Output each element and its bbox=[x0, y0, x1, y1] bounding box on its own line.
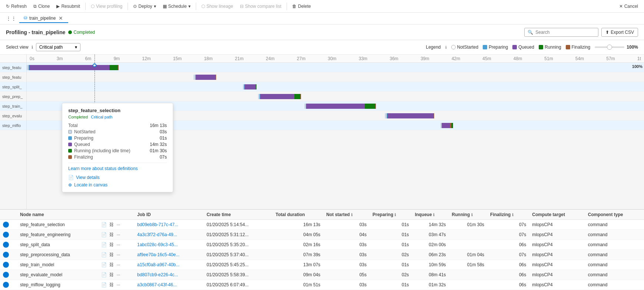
row-inqueue-6: 01m 32s bbox=[412, 280, 449, 290]
clone-button[interactable]: ⧉ Clone bbox=[30, 2, 53, 10]
row-component-0: command bbox=[585, 220, 644, 230]
th-running: Running ℹ bbox=[449, 210, 488, 220]
cancel-button[interactable]: ✕ Cancel bbox=[616, 2, 641, 10]
locate-canvas-action[interactable]: ⊕ Locate in canvas bbox=[68, 182, 167, 188]
not-started-legend-label: NotStarted bbox=[457, 45, 478, 50]
row-name-0: step_feature_selection bbox=[17, 220, 98, 230]
row-link-icon-5[interactable]: ⛓ bbox=[109, 272, 114, 277]
row-running-5 bbox=[449, 270, 488, 280]
row-component-4: command bbox=[585, 260, 644, 270]
table-row[interactable]: step_feature_engineering 📄 ⛓ ··· 4a3c3f7… bbox=[0, 230, 644, 240]
table-row[interactable]: step_evaluate_model 📄 ⛓ ··· bd807cb9-e22… bbox=[0, 270, 644, 280]
tooltip-prep-value: 01s bbox=[160, 136, 167, 141]
row-compute-1: mlopsCP4 bbox=[529, 230, 585, 240]
tooltip-divider bbox=[68, 163, 167, 163]
mark-1t: 1t bbox=[637, 56, 641, 61]
divider-3 bbox=[196, 3, 196, 10]
th-fin-info: ℹ bbox=[512, 213, 513, 217]
row-createtime-6: 01/20/2025 6:07:49... bbox=[204, 280, 273, 290]
row-link-icon-1[interactable]: ⛓ bbox=[109, 232, 114, 237]
row-name-2: step_split_data bbox=[17, 240, 98, 250]
row-jobid-4: a15cf0a8-a967-40b... bbox=[134, 260, 204, 270]
pipeline-tab[interactable]: ⛁ train_pipeline ✕ bbox=[19, 14, 68, 23]
th-compute: Compute target bbox=[529, 210, 585, 220]
row-link-icon-6[interactable]: ⛓ bbox=[109, 282, 114, 287]
gantt-row-2[interactable] bbox=[27, 72, 644, 82]
row-component-1: command bbox=[585, 230, 644, 240]
pipeline-tree-icon: ⋮⋮ bbox=[6, 16, 16, 22]
search-input[interactable] bbox=[535, 30, 587, 35]
show-lineage-button[interactable]: ⬡ Show lineage bbox=[198, 2, 236, 10]
show-compare-button[interactable]: ⊟ Show compare list bbox=[237, 2, 284, 10]
bar-queued-2 bbox=[196, 75, 215, 80]
row-doc-icon-0[interactable]: 📄 bbox=[101, 222, 107, 227]
table-row[interactable]: step_mlflow_logging 📄 ⛓ ··· a3cb0867-c43… bbox=[0, 280, 644, 290]
row-inqueue-3: 06m 23s bbox=[412, 250, 449, 260]
zoom-thumb[interactable] bbox=[607, 45, 612, 50]
row-link-icon-3[interactable]: ⛓ bbox=[109, 252, 114, 257]
legend-finalizing: Finalizing bbox=[566, 45, 591, 50]
row-doc-icon-3[interactable]: 📄 bbox=[101, 252, 107, 257]
bar-finalizing-2 bbox=[215, 75, 216, 80]
export-csv-button[interactable]: ⬆ Export CSV bbox=[601, 28, 638, 37]
clone-icon: ⧉ bbox=[33, 4, 37, 9]
row-finalizing-3: 07s bbox=[487, 250, 529, 260]
row-more-icon-4[interactable]: ··· bbox=[116, 262, 120, 267]
schedule-icon: ▦ bbox=[163, 4, 167, 9]
mark-48m: 48m bbox=[513, 56, 522, 61]
deploy-chevron-icon: ▾ bbox=[154, 4, 156, 9]
row-more-icon-1[interactable]: ··· bbox=[116, 232, 120, 237]
row-doc-icon-4[interactable]: 📄 bbox=[101, 262, 107, 267]
th-finalizing: Finalizing ℹ bbox=[487, 210, 529, 220]
refresh-button[interactable]: ↻ Refresh bbox=[3, 2, 30, 10]
bar-running-5 bbox=[365, 104, 375, 109]
view-profiling-button[interactable]: ⬡ View profiling bbox=[88, 2, 125, 10]
row-doc-icon-1[interactable]: 📄 bbox=[101, 232, 107, 237]
table-row[interactable]: step_split_data 📄 ⛓ ··· 1abc028c-69c3-45… bbox=[0, 240, 644, 250]
view-dropdown[interactable]: Critical path ▾ bbox=[36, 43, 80, 51]
compare-icon: ⊟ bbox=[240, 4, 244, 9]
gantt-row-4[interactable] bbox=[27, 92, 644, 101]
table-row[interactable]: step_preprocessing_data 📄 ⛓ ··· af9ee70a… bbox=[0, 250, 644, 260]
mark-57m: 57m bbox=[606, 56, 615, 61]
schedule-button[interactable]: ▦ Schedule ▾ bbox=[160, 2, 194, 10]
row-more-icon-6[interactable]: ··· bbox=[116, 282, 120, 287]
row-doc-icon-5[interactable]: 📄 bbox=[101, 272, 107, 277]
row-more-icon-2[interactable]: ··· bbox=[116, 242, 120, 247]
learn-more-link[interactable]: Learn more about status definitions bbox=[68, 166, 138, 171]
zoom-control: 100% bbox=[595, 45, 638, 50]
table-row[interactable]: step_train_model 📄 ⛓ ··· a15cf0a8-a967-4… bbox=[0, 260, 644, 270]
row-doc-icon-2[interactable]: 📄 bbox=[101, 242, 107, 247]
tooltip-badge-completed: Completed bbox=[68, 115, 88, 119]
resubmit-button[interactable]: ▶ Resubmit bbox=[53, 2, 83, 10]
deploy-button[interactable]: ⊙ Deploy ▾ bbox=[130, 2, 159, 10]
divider-2 bbox=[128, 3, 128, 10]
row-inqueue-4: 10m 59s bbox=[412, 260, 449, 270]
bar-extra-7 bbox=[451, 123, 453, 128]
zoom-slider[interactable] bbox=[595, 46, 624, 48]
search-icon: 🔍 bbox=[528, 30, 533, 35]
gantt-row-3[interactable] bbox=[27, 82, 644, 92]
tooltip-row-running: Running (including idle time) 01m 30s bbox=[68, 148, 167, 153]
row-doc-icon-6[interactable]: 📄 bbox=[101, 282, 107, 287]
gantt-row-1[interactable] bbox=[27, 63, 644, 72]
tab-close-button[interactable]: ✕ bbox=[58, 16, 64, 21]
tooltip-badge-critical: Critical path bbox=[91, 115, 112, 119]
home-tab[interactable]: ⋮⋮ bbox=[3, 14, 19, 23]
row-link-icon-2[interactable]: ⛓ bbox=[109, 242, 114, 247]
row-link-icon-0[interactable]: ⛓ bbox=[109, 222, 114, 227]
table-row[interactable]: step_feature_selection 📄 ⛓ ··· bd09eb8b-… bbox=[0, 220, 644, 230]
search-box[interactable]: 🔍 bbox=[524, 28, 598, 37]
row-more-icon-3[interactable]: ··· bbox=[116, 252, 120, 257]
row-more-icon-0[interactable]: ··· bbox=[116, 222, 120, 227]
delete-button[interactable]: 🗑 Delete bbox=[289, 2, 314, 10]
row-link-icon-4[interactable]: ⛓ bbox=[109, 262, 114, 267]
row-notstarted-2: 03s bbox=[323, 240, 370, 250]
th-inqueue: Inqueue ℹ bbox=[412, 210, 449, 220]
tooltip-prep-label: Preparing bbox=[68, 136, 93, 141]
row-compute-6: mlopsCP4 bbox=[529, 280, 585, 290]
row-more-icon-5[interactable]: ··· bbox=[116, 272, 120, 277]
view-details-action[interactable]: 📄 View details bbox=[68, 175, 167, 180]
deploy-icon: ⊙ bbox=[133, 4, 137, 9]
row-preparing-4: 01s bbox=[370, 260, 412, 270]
